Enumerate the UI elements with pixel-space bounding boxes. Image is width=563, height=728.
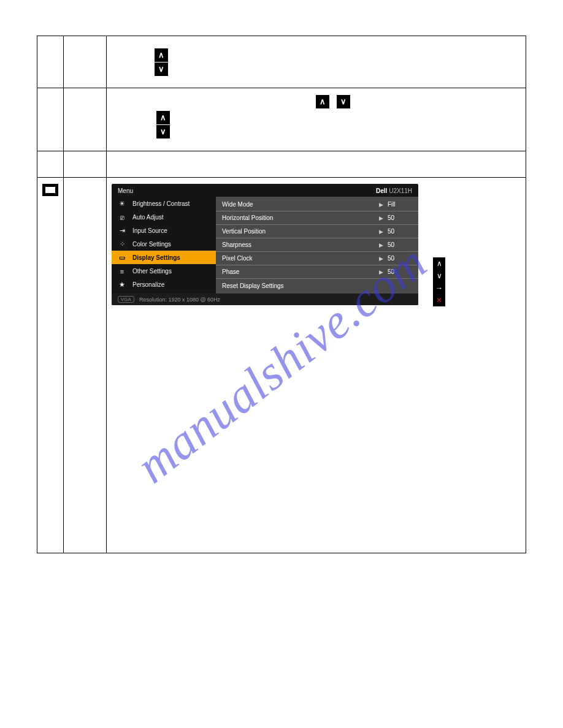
osd-menu: Menu Dell U2X11H ☀Brightness / Contrast⎚… <box>112 184 418 305</box>
osd-menu-item-icon: ★ <box>117 281 128 289</box>
osd-menu-item-label: Input Source <box>132 227 167 234</box>
triangle-right-icon: ▶ <box>379 215 388 221</box>
osd-option-value: 50 <box>388 241 412 248</box>
osd-control-button[interactable]: ∧ <box>433 257 445 270</box>
cell-label-display <box>64 178 107 553</box>
osd-menu-item-label: Brightness / Contrast <box>132 200 190 207</box>
cell-blank-icon-2 <box>37 88 64 151</box>
cell-r3-text <box>107 151 526 178</box>
cell-blank-2 <box>64 88 107 151</box>
osd-menu-item[interactable]: ▭Display Settings <box>112 251 216 264</box>
osd-control-button[interactable]: ✕ <box>433 294 445 306</box>
osd-option-label: Reset Display Settings <box>222 282 388 289</box>
cell-blank-3 <box>64 151 107 178</box>
osd-menu-item-label: Auto Adjust <box>132 214 164 221</box>
up-arrow-icon[interactable]: ∧ <box>155 48 168 62</box>
osd-footer: VGA Resolution: 1920 x 1080 @ 60Hz <box>112 294 418 305</box>
up-down-stack-2: ∧ ∨ <box>156 110 170 139</box>
osd-menu-item-icon: ≡ <box>117 268 128 275</box>
osd-side-controls: ∧∨→✕ <box>433 257 445 306</box>
osd-menu-item-icon: ☀ <box>117 200 128 208</box>
down-arrow-icon[interactable]: ∨ <box>156 125 170 138</box>
cell-blank-icon <box>37 36 64 88</box>
display-settings-icon <box>42 184 58 196</box>
up-arrow-icon[interactable]: ∧ <box>156 111 170 124</box>
osd-menu-item[interactable]: ☀Brightness / Contrast <box>112 197 216 210</box>
osd-option-value: Fill <box>388 201 412 208</box>
osd-control-button[interactable]: ∨ <box>433 270 445 282</box>
osd-menu-item-label: Color Settings <box>132 241 171 248</box>
down-arrow-icon[interactable]: ∨ <box>337 95 350 108</box>
down-arrow-icon[interactable]: ∨ <box>155 63 168 76</box>
osd-body: ☀Brightness / Contrast⎚Auto Adjust⇥Input… <box>112 197 418 294</box>
triangle-right-icon: ▶ <box>379 256 388 262</box>
osd-menu-item-icon: ⇥ <box>117 227 128 235</box>
osd-menu-item[interactable]: ★Personalize <box>112 278 216 291</box>
osd-resolution-text: Resolution: 1920 x 1080 @ 60Hz <box>139 297 220 303</box>
osd-menu-item-icon: ⁘ <box>117 240 128 248</box>
osd-menu-item[interactable]: ⎚Auto Adjust <box>112 210 216 224</box>
osd-brand: Dell <box>376 188 387 194</box>
cell-r2-text: ∧ ∨ ∧ ∨ <box>107 88 526 151</box>
osd-menu-label: Menu <box>118 188 133 194</box>
osd-option-label: Wide Mode <box>222 201 379 208</box>
osd-option-label: Pixel Clock <box>222 255 379 262</box>
cell-r1-text: ∧ ∨ <box>107 36 526 88</box>
osd-control-button[interactable]: → <box>433 282 445 294</box>
osd-option-row[interactable]: Wide Mode▶Fill <box>216 198 418 211</box>
osd-option-row[interactable]: Pixel Clock▶50 <box>216 252 418 265</box>
triangle-right-icon: ▶ <box>379 269 388 275</box>
osd-option-row[interactable]: Phase▶50 <box>216 265 418 279</box>
up-arrow-icon[interactable]: ∧ <box>316 95 329 108</box>
osd-input-badge: VGA <box>118 296 134 303</box>
osd-left-menu: ☀Brightness / Contrast⎚Auto Adjust⇥Input… <box>112 197 216 294</box>
manual-table: ∧ ∨ ∧ ∨ <box>37 36 526 553</box>
osd-option-row[interactable]: Reset Display Settings <box>216 279 418 292</box>
osd-header: Menu Dell U2X11H <box>112 184 418 197</box>
osd-menu-item[interactable]: ⁘Color Settings <box>112 237 216 251</box>
osd-option-value: 50 <box>388 268 412 275</box>
triangle-right-icon: ▶ <box>379 229 388 235</box>
osd-option-value: 50 <box>388 228 412 235</box>
osd-option-row[interactable]: Sharpness▶50 <box>216 238 418 252</box>
osd-menu-item-icon: ▭ <box>117 254 128 262</box>
up-down-stack: ∧ ∨ <box>155 48 168 77</box>
osd-menu-item[interactable]: ≡Other Settings <box>112 264 216 278</box>
osd-menu-item-label: Other Settings <box>132 268 172 275</box>
osd-option-row[interactable]: Vertical Position▶50 <box>216 225 418 238</box>
triangle-right-icon: ▶ <box>379 202 388 208</box>
osd-screenshot-wrap: Menu Dell U2X11H ☀Brightness / Contrast⎚… <box>112 181 521 310</box>
osd-menu-item-icon: ⎚ <box>117 214 128 221</box>
cell-display-content: Menu Dell U2X11H ☀Brightness / Contrast⎚… <box>107 178 526 553</box>
osd-option-row[interactable]: Horizontal Position▶50 <box>216 211 418 225</box>
osd-option-value: 50 <box>388 255 412 262</box>
osd-right-options: Wide Mode▶FillHorizontal Position▶50Vert… <box>216 197 418 294</box>
osd-option-label: Vertical Position <box>222 228 379 235</box>
osd-option-label: Sharpness <box>222 241 379 248</box>
cell-blank <box>64 36 107 88</box>
osd-menu-item-label: Display Settings <box>132 254 180 261</box>
cell-icon-display <box>37 178 64 553</box>
osd-option-label: Phase <box>222 268 379 275</box>
osd-option-value: 50 <box>388 214 412 221</box>
osd-model: U2X11H <box>389 188 412 194</box>
cell-blank-icon-3 <box>37 151 64 178</box>
osd-menu-item[interactable]: ⇥Input Source <box>112 224 216 237</box>
osd-option-label: Horizontal Position <box>222 214 379 221</box>
triangle-right-icon: ▶ <box>379 242 388 248</box>
osd-menu-item-label: Personalize <box>132 281 164 288</box>
manual-page: ∧ ∨ ∧ ∨ <box>37 36 526 692</box>
